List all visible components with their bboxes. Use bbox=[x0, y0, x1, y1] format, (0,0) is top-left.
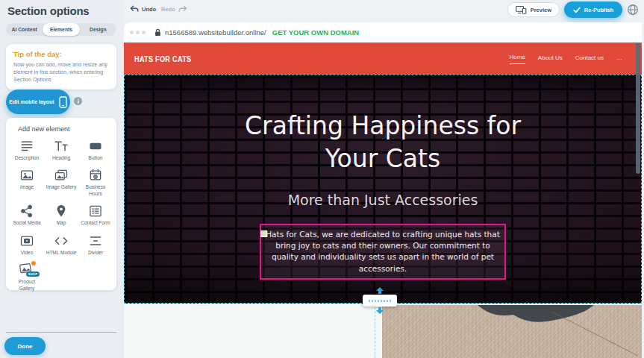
nav-about-us[interactable]: About Us bbox=[538, 54, 563, 63]
hero-subtitle[interactable]: More than Just Accessories bbox=[288, 192, 478, 208]
hero-paragraph-element[interactable]: Hats for Cats, we are dedicated to craft… bbox=[260, 224, 506, 280]
hero-section[interactable]: Crafting Happiness for Your Cats More th… bbox=[124, 75, 642, 304]
element-heading[interactable]: Heading bbox=[44, 139, 78, 161]
undo-icon bbox=[130, 5, 139, 13]
check-icon bbox=[573, 7, 581, 13]
business-hours-icon bbox=[88, 168, 103, 183]
redo-button[interactable]: Redo bbox=[161, 5, 187, 13]
add-element-title: Add new element bbox=[18, 125, 70, 133]
hero-paragraph: Hats for Cats, we are dedicated to craft… bbox=[266, 230, 500, 273]
element-map[interactable]: Map bbox=[44, 204, 78, 226]
element-button[interactable]: Button bbox=[78, 139, 113, 161]
map-icon bbox=[54, 204, 69, 219]
edit-mobile-layout-label: Edit mobile layout bbox=[9, 99, 54, 104]
lock-icon bbox=[154, 28, 161, 37]
tab-ai-content[interactable]: AI Content bbox=[6, 23, 43, 36]
tip-of-the-day-card: Tip of the day: Now you can add, move an… bbox=[6, 44, 116, 90]
site-url[interactable]: n1566589.websitebuilder.online/ bbox=[165, 28, 266, 37]
element-description[interactable]: Description bbox=[10, 139, 44, 161]
new-badge-icon bbox=[31, 260, 37, 266]
site-header: HATS FOR CATS Home About Us Contact us … bbox=[124, 43, 642, 75]
hero-title[interactable]: Crafting Happiness for Your Cats bbox=[245, 110, 521, 175]
add-new-element-card: Add new element Description Heading Butt… bbox=[6, 118, 116, 290]
element-business-hours[interactable]: Business Hours bbox=[78, 168, 113, 197]
editor-topbar: Undo Redo Preview Re-Publish bbox=[124, 0, 644, 22]
window-dots-icon bbox=[130, 31, 146, 34]
phone-icon bbox=[59, 96, 67, 108]
tip-title: Tip of the day: bbox=[13, 50, 62, 58]
tab-design[interactable]: Design bbox=[80, 23, 116, 36]
scrollbar[interactable] bbox=[636, 43, 640, 174]
image-gallery-icon bbox=[54, 168, 69, 183]
tab-elements[interactable]: Elements bbox=[43, 23, 79, 36]
republish-button[interactable]: Re-Publish bbox=[564, 1, 622, 18]
element-html-module[interactable]: HTML Module bbox=[44, 233, 78, 256]
sidebar-divider bbox=[6, 332, 116, 333]
section-options-panel: Section options AI Content Elements Desi… bbox=[0, 0, 124, 358]
globe-icon[interactable] bbox=[627, 4, 639, 19]
info-glyph-icon bbox=[75, 98, 81, 104]
social-media-icon bbox=[19, 204, 34, 219]
get-your-own-domain-link[interactable]: GET YOUR OWN DOMAIN bbox=[272, 28, 359, 37]
html-module-icon bbox=[54, 233, 69, 248]
handle-dots-icon bbox=[369, 300, 391, 302]
element-contact-form[interactable]: Contact Form bbox=[78, 204, 113, 226]
heading-icon bbox=[54, 139, 69, 154]
divider-icon bbox=[88, 233, 103, 248]
element-product-gallery[interactable]: SHOP Product Gallery bbox=[10, 263, 44, 292]
devices-icon bbox=[516, 5, 527, 14]
element-image[interactable]: Image bbox=[10, 168, 44, 197]
tip-body: Now you can add, move and resize any ele… bbox=[13, 61, 110, 84]
nav-more-menu[interactable]: … bbox=[616, 54, 622, 63]
element-drag-handle[interactable] bbox=[260, 230, 267, 237]
element-divider[interactable]: Divider bbox=[78, 233, 113, 256]
undo-button[interactable]: Undo bbox=[130, 5, 156, 13]
nav-home[interactable]: Home bbox=[510, 54, 525, 64]
description-icon bbox=[19, 139, 34, 154]
edit-mobile-layout-button[interactable]: Edit mobile layout bbox=[6, 90, 70, 114]
info-icon[interactable] bbox=[74, 97, 82, 105]
site-logo[interactable]: HATS FOR CATS bbox=[134, 54, 191, 63]
redo-icon bbox=[178, 5, 187, 13]
button-icon bbox=[88, 139, 103, 154]
contact-form-icon bbox=[88, 204, 103, 219]
image-icon bbox=[19, 168, 34, 183]
sidebar-tabs: AI Content Elements Design bbox=[6, 23, 116, 36]
done-button[interactable]: Done bbox=[4, 337, 46, 355]
page-title: Section options bbox=[7, 4, 90, 17]
site-preview-canvas: n1566589.websitebuilder.online/ GET YOUR… bbox=[124, 22, 642, 358]
element-social-media[interactable]: Social Media bbox=[10, 204, 44, 226]
section-resize-handle[interactable] bbox=[363, 295, 397, 307]
element-video[interactable]: Video bbox=[10, 233, 44, 256]
pavement-image[interactable] bbox=[382, 305, 642, 358]
element-image-gallery[interactable]: Image Gallery bbox=[44, 168, 78, 197]
site-nav: Home About Us Contact us … bbox=[510, 54, 623, 64]
video-icon bbox=[19, 233, 34, 248]
shop-badge: SHOP bbox=[26, 271, 40, 277]
arrow-up-icon bbox=[375, 287, 384, 294]
preview-button[interactable]: Preview bbox=[507, 2, 560, 17]
nav-contact-us[interactable]: Contact us bbox=[575, 54, 604, 63]
cat-shadow bbox=[382, 305, 642, 335]
browser-bar: n1566589.websitebuilder.online/ GET YOUR… bbox=[124, 22, 642, 43]
element-grid: Description Heading Button bbox=[10, 139, 113, 292]
arrow-down-icon bbox=[375, 307, 384, 314]
